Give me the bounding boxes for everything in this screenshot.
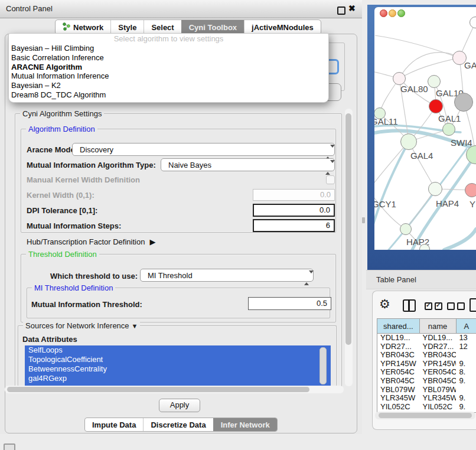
aracne-mode-combobox[interactable]: Discovery [72,143,335,156]
panel-horizontal-scrollbar[interactable] [5,386,344,393]
tab-label: Select [151,23,174,32]
data-attributes-label: Data Attributes [22,335,77,344]
dpi-tolerance-input[interactable]: 0.0 [253,204,335,217]
window-zoom-traffic-light[interactable] [397,9,405,17]
table-row[interactable]: YBR045CYBR045C9. [377,377,476,386]
table-cell: YBL079W [420,386,457,394]
manual-kernel-width-checkbox[interactable] [326,175,335,184]
checked-box-icon [435,302,442,310]
dropdown-placeholder: Select algorithm to view settings [9,34,328,44]
node-gal80[interactable] [393,72,406,85]
table-cell: 9. [456,394,476,403]
node-gal1[interactable] [442,123,455,136]
table-row[interactable]: YDR27...YDR27...12 [377,343,476,351]
mi-threshold-label: Mutual Information Threshold: [31,300,142,309]
algorithm-option-bayesian-k2[interactable]: Bayesian – K2 [9,81,328,90]
tab-label: Discretize Data [151,420,206,429]
window-minimize-traffic-light[interactable] [389,9,396,17]
aracne-mode-label: Aracne Mode: [27,145,77,154]
table-row[interactable]: YIL052CYIL052C9. [377,403,476,412]
mi-threshold-input[interactable]: 0.5 [248,297,331,310]
collapse-down-icon[interactable]: ▼ [132,322,138,330]
tab-jactivemnodules[interactable]: jActiveMNodules [244,20,321,34]
algorithm-option-aracne-algorithm[interactable]: ARACNE Algorithm [9,63,328,72]
tab-impute-data[interactable]: Impute Data [85,418,143,431]
manual-kernel-width-label: Manual Kernel Width Definition [27,175,140,184]
table-rows: YDL19...YDL19...13YDR27...YDR27...12YBR0… [377,334,476,411]
node-label-gal7: GAL7 [464,60,476,70]
table-row[interactable]: YPR145WYPR145W9. [377,360,476,369]
node-node-gray[interactable] [454,93,473,112]
node-hap2[interactable] [400,223,412,235]
stepper-icon [304,272,309,284]
close-icon[interactable]: ✖ [348,4,356,13]
scrollbar-thumb[interactable] [345,113,351,345]
attribute-topologicalcoefficient[interactable]: TopologicalCoefficient [25,355,331,364]
node-node-red[interactable] [429,99,443,113]
node-label-gcy1: GCY1 [374,199,396,209]
algorithm-option-bayesian-hill-climbing[interactable]: Bayesian – Hill Climbing [9,44,328,53]
network-canvas[interactable]: GAL7GAL80GAL10GAL1GAL11SWI4GAL4GCY1HAP4Y… [374,7,476,250]
algorithm-option-dream8-dc-tdc-algorithm[interactable]: Dream8 DC_TDC Algorithm [9,90,328,100]
algorithm-option-basic-correlation-inference[interactable]: Basic Correlation Inference [9,53,328,63]
expand-right-icon[interactable]: ▶ [149,237,155,246]
window-close-traffic-light[interactable] [380,9,387,17]
tab-style[interactable]: Style [110,20,144,34]
document-icon[interactable] [470,298,476,312]
tab-cyni-toolbox[interactable]: Cyni Toolbox [181,20,244,34]
kernel-width-label: Kernel Width (0,1): [27,191,94,200]
table-horizontal-scrollbar[interactable] [375,412,475,419]
gear-icon[interactable]: ⚙ [379,298,390,311]
mi-algorithm-type-combobox[interactable]: Naive Bayes [161,158,335,171]
tab-discretize-data[interactable]: Discretize Data [143,418,213,431]
node-gal4[interactable] [400,133,417,150]
table-row[interactable]: YBL079WYBL079W [377,386,476,394]
tab-label: Infer Network [221,420,270,429]
deselect-all-checkboxes-icon[interactable] [447,302,465,310]
tab-label: Impute Data [92,420,136,429]
scrollbar-thumb[interactable] [379,413,472,418]
attribute-betweennesscentrality[interactable]: BetweennessCentrality [25,364,331,374]
table-cell [456,351,476,360]
node-node-salmon[interactable] [465,183,476,197]
panel-vertical-scrollbar[interactable] [345,109,353,386]
sources-title-text: Sources for Network Inference [25,321,129,330]
table-row[interactable]: YLR345WYLR345W9. [377,394,476,403]
algorithm-option-mutual-information-inference[interactable]: Mutual Information Inference [9,71,328,81]
apply-button[interactable]: Apply [159,399,200,412]
table-cell: YDL19... [377,334,420,343]
float-window-icon[interactable] [337,6,345,15]
table-row[interactable]: YDL19...YDL19...13 [377,334,476,343]
column-header-shared[interactable]: shared... [377,319,420,333]
threshold-definition-title: Threshold Definition [26,250,99,259]
attribute-gal4rgexp[interactable]: gal4RGexp [25,374,331,383]
column-header-name[interactable]: name [420,319,457,333]
select-all-checkboxes-icon[interactable] [425,302,442,310]
scrollbar-thumb[interactable] [7,387,309,392]
data-attributes-list[interactable]: SelfLoopsTopologicalCoefficientBetweenne… [25,345,331,386]
table-panel: ⚙ shared...nameA YDL19...YDL19...13YDR27… [372,291,476,430]
table-row[interactable]: YBR043CYBR043C [377,351,476,360]
table-cell: YIL052C [377,403,420,412]
panel-divider-handle[interactable] [362,217,365,223]
table-cell: YBL079W [377,386,420,394]
table-panel-bar: Table Panel [366,270,476,289]
which-threshold-combobox[interactable]: MI Threshold [140,269,314,282]
node-gal10[interactable] [428,75,441,88]
kernel-width-input[interactable]: 0.0 [253,189,335,201]
table-cell: YDL19... [420,334,457,343]
table-row[interactable]: YER054CYER054C8. [377,368,476,377]
attributes-scrollbar[interactable] [319,347,327,384]
attribute-selfloops[interactable]: SelfLoops [25,345,331,355]
column-header-a[interactable]: A [457,319,476,333]
tab-infer-network[interactable]: Infer Network [213,418,277,431]
control-panel-title: Control Panel [6,4,53,13]
mi-steps-input[interactable]: 6 [253,219,335,232]
tab-select[interactable]: Select [144,20,181,34]
tab-network[interactable]: Network [56,20,110,34]
node-hap4[interactable] [428,182,442,196]
node-label-gal4: GAL4 [410,151,433,161]
split-columns-icon[interactable] [403,299,416,312]
hub-transcription-factor-section[interactable]: Hub/Transcription Factor Definition ▶ [27,237,155,246]
minimized-window-icon[interactable] [4,444,15,450]
